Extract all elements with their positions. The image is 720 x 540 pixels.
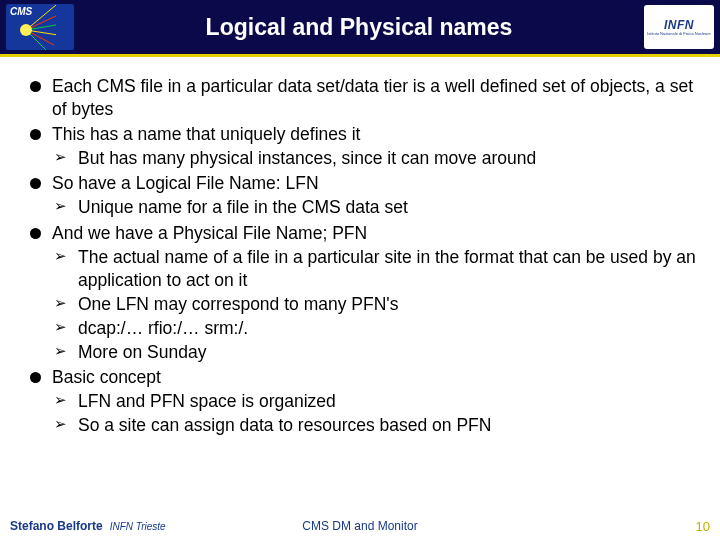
bullet-item: Basic conceptLFN and PFN space is organi… [30, 366, 700, 437]
sub-bullet-list: LFN and PFN space is organizedSo a site … [52, 390, 700, 437]
sub-bullet-list: Unique name for a file in the CMS data s… [52, 196, 700, 219]
slide-title: Logical and Physical names [74, 14, 644, 41]
bullet-text: And we have a Physical File Name; PFN [52, 223, 367, 243]
page-number: 10 [696, 519, 710, 534]
bullet-item: So have a Logical File Name: LFNUnique n… [30, 172, 700, 219]
sub-bullet-list: The actual name of a file in a particula… [52, 246, 700, 364]
bullet-text: Basic concept [52, 367, 161, 387]
slide: CMS Logical and Physical names INFN Isti… [0, 0, 720, 540]
burst-icon [6, 4, 56, 50]
sub-bullet-item: The actual name of a file in a particula… [52, 246, 700, 292]
bullet-item: Each CMS file in a particular data set/d… [30, 75, 700, 121]
footer-center: CMS DM and Monitor [302, 519, 417, 533]
infn-logo: INFN Istituto Nazionale di Fisica Nuclea… [644, 5, 714, 49]
footer-left: Stefano Belforte INFN Trieste [10, 519, 166, 533]
infn-logo-subtext: Istituto Nazionale di Fisica Nucleare [647, 32, 711, 36]
cms-logo: CMS [6, 4, 74, 50]
sub-bullet-item: Unique name for a file in the CMS data s… [52, 196, 700, 219]
sub-bullet-item: One LFN may correspond to many PFN's [52, 293, 700, 316]
svg-point-6 [20, 24, 32, 36]
title-bar: CMS Logical and Physical names INFN Isti… [0, 0, 720, 54]
footer: Stefano Belforte INFN Trieste CMS DM and… [0, 516, 720, 540]
sub-bullet-item: dcap:/… rfio:/… srm:/. [52, 317, 700, 340]
bullet-list: Each CMS file in a particular data set/d… [30, 75, 700, 437]
sub-bullet-item: But has many physical instances, since i… [52, 147, 700, 170]
infn-logo-text: INFN [664, 18, 694, 32]
bullet-text: This has a name that uniquely defines it [52, 124, 360, 144]
author-affiliation: INFN Trieste [110, 521, 166, 532]
sub-bullet-list: But has many physical instances, since i… [52, 147, 700, 170]
sub-bullet-item: LFN and PFN space is organized [52, 390, 700, 413]
bullet-text: Each CMS file in a particular data set/d… [52, 76, 693, 119]
bullet-item: And we have a Physical File Name; PFNThe… [30, 222, 700, 365]
sub-bullet-item: So a site can assign data to resources b… [52, 414, 700, 437]
sub-bullet-item: More on Sunday [52, 341, 700, 364]
bullet-text: So have a Logical File Name: LFN [52, 173, 319, 193]
bullet-item: This has a name that uniquely defines it… [30, 123, 700, 170]
author-name: Stefano Belforte [10, 519, 103, 533]
content-area: Each CMS file in a particular data set/d… [0, 57, 720, 516]
